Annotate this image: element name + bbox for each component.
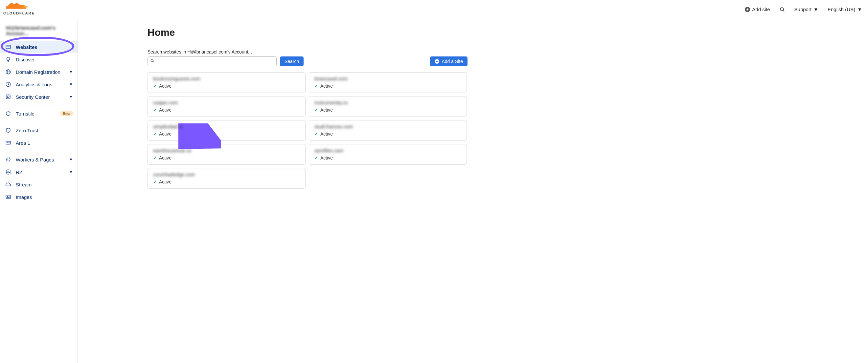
site-card[interactable]: simplicidad.io ✓Active: [148, 120, 306, 141]
image-icon: [5, 194, 12, 200]
plus-circle-icon: +: [435, 59, 439, 64]
site-status: ✓Active: [153, 107, 300, 112]
search-icon: [150, 58, 155, 64]
sidebar-item-label: Analytics & Logs: [16, 82, 69, 87]
account-name[interactable]: Hi@briancasel.com's Accoun...: [0, 19, 78, 41]
add-site-label: Add site: [752, 6, 770, 12]
sidebar-item-discover[interactable]: Discover: [0, 53, 78, 66]
site-card[interactable]: zoomhadedge.com ✓Active: [148, 168, 306, 189]
site-status: ✓Active: [153, 84, 300, 89]
check-icon: ✓: [153, 107, 157, 112]
sidebar-item-images[interactable]: Images: [0, 191, 78, 203]
site-name: instrumentiq.co: [314, 100, 461, 105]
workers-icon: [5, 157, 12, 162]
add-a-site-button[interactable]: + Add a Site: [430, 57, 467, 66]
check-icon: ✓: [153, 155, 157, 161]
plus-circle-icon: +: [745, 7, 750, 12]
cloud-icon: [5, 182, 12, 188]
svg-point-1: [780, 7, 783, 11]
site-status: ✓Active: [153, 155, 300, 161]
globe-icon: [5, 69, 12, 75]
site-status: ✓Active: [153, 131, 300, 136]
chevron-down-icon: ▼: [69, 82, 73, 87]
site-card[interactable]: warehousexuk.co ✓Active: [148, 144, 306, 165]
cloudflare-logo[interactable]: CLOUDFLARE: [3, 3, 39, 16]
site-name: studi.frances.com: [314, 124, 461, 129]
page-title: Home: [148, 27, 467, 38]
search-label: Search websites in Hi@briancasel.com's A…: [148, 49, 304, 55]
sidebar-item-stream[interactable]: Stream: [0, 178, 78, 191]
site-card[interactable]: xprofiles.cam ✓Active: [309, 144, 467, 165]
shield-check-icon: [5, 127, 12, 133]
language-dropdown[interactable]: English (US) ▼: [828, 6, 862, 12]
sidebar-item-area1[interactable]: Area 1: [0, 136, 78, 149]
beta-badge: Beta: [60, 111, 73, 116]
site-name: bookmoreguests.com: [153, 76, 300, 81]
site-status: ✓Active: [314, 131, 461, 136]
header: CLOUDFLARE + Add site Support ▼ English …: [0, 0, 868, 19]
sidebar-item-label: Zero Trust: [16, 128, 73, 133]
site-name: zoomhadedge.com: [153, 172, 300, 177]
sidebar-item-label: Security Center: [16, 94, 69, 100]
svg-rect-3: [6, 45, 10, 49]
chart-icon: [5, 81, 12, 87]
search-button[interactable]: Search: [280, 57, 304, 66]
svg-point-12: [6, 170, 10, 171]
site-grid: bookmoreguests.com ✓Active briancasel.co…: [148, 72, 467, 189]
site-status: ✓Active: [314, 107, 461, 112]
site-status: ✓Active: [314, 84, 461, 89]
sidebar-item-label: Turnstile: [16, 111, 58, 117]
site-name: coajax.com: [153, 100, 300, 105]
window-icon: [5, 44, 12, 50]
sidebar-item-security-center[interactable]: Security Center ▼: [0, 91, 78, 103]
sidebar-item-r2[interactable]: R2 ▼: [0, 166, 78, 178]
svg-text:CLOUDFLARE: CLOUDFLARE: [3, 11, 35, 15]
sidebar-item-domain-registration[interactable]: Domain Registration ▼: [0, 66, 78, 78]
mail-icon: [5, 140, 12, 146]
check-icon: ✓: [153, 131, 157, 136]
site-card[interactable]: coajax.com ✓Active: [148, 96, 306, 117]
site-card[interactable]: bookmoreguests.com ✓Active: [148, 72, 306, 93]
sidebar-item-zero-trust[interactable]: Zero Trust: [0, 124, 78, 136]
chevron-down-icon: ▼: [69, 170, 73, 174]
svg-line-2: [783, 10, 784, 11]
svg-rect-9: [6, 95, 10, 99]
sidebar: Hi@briancasel.com's Accoun... Websites D…: [0, 19, 78, 363]
check-icon: ✓: [314, 107, 318, 112]
header-search-icon[interactable]: [779, 6, 785, 12]
sidebar-item-workers-pages[interactable]: Workers & Pages ▼: [0, 153, 78, 166]
check-icon: ✓: [153, 179, 157, 185]
search-input[interactable]: [148, 57, 277, 66]
sidebar-item-label: Images: [16, 194, 73, 200]
divider: [0, 122, 78, 122]
check-icon: ✓: [314, 155, 318, 161]
sidebar-item-label: Discover: [16, 57, 73, 62]
divider: [0, 151, 78, 151]
add-a-site-label: Add a Site: [441, 59, 463, 64]
chevron-down-icon: ▼: [69, 70, 73, 74]
chevron-down-icon: ▼: [69, 157, 73, 162]
site-card[interactable]: instrumentiq.co ✓Active: [309, 96, 467, 117]
sidebar-item-turnstile[interactable]: Turnstile Beta: [0, 107, 78, 120]
check-icon: ✓: [153, 84, 157, 89]
add-site-header-button[interactable]: + Add site: [745, 6, 770, 12]
site-card[interactable]: briancasel.com ✓Active: [309, 72, 467, 93]
site-card[interactable]: studi.frances.com ✓Active: [309, 120, 467, 141]
sidebar-item-analytics[interactable]: Analytics & Logs ▼: [0, 78, 78, 91]
support-dropdown[interactable]: Support ▼: [795, 6, 818, 12]
divider: [0, 105, 78, 105]
sidebar-item-label: R2: [16, 169, 69, 175]
sidebar-item-websites[interactable]: Websites: [0, 41, 78, 53]
site-name: warehousexuk.co: [153, 148, 300, 153]
refresh-icon: [5, 110, 12, 117]
support-label: Support: [795, 6, 812, 12]
site-status: ✓Active: [314, 155, 461, 161]
sidebar-item-label: Domain Registration: [16, 69, 69, 75]
svg-point-16: [151, 59, 153, 61]
database-icon: [5, 169, 12, 175]
check-icon: ✓: [314, 84, 318, 89]
shield-icon: [5, 94, 12, 100]
sidebar-item-label: Websites: [16, 44, 73, 50]
svg-point-10: [7, 96, 9, 98]
site-name: xprofiles.cam: [314, 148, 461, 153]
